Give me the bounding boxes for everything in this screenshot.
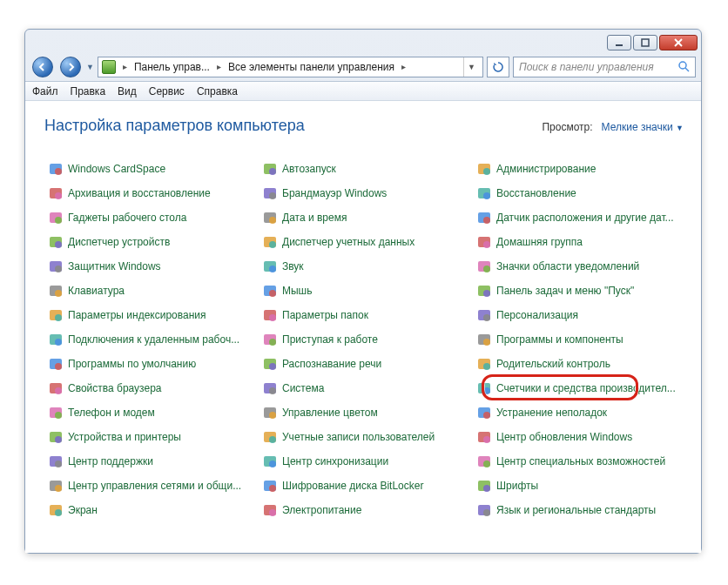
control-panel-item-label: Мышь — [282, 285, 313, 297]
svg-point-23 — [483, 217, 490, 224]
control-panel-item[interactable]: Параметры папок — [259, 306, 468, 325]
control-panel-item-label: Шрифты — [496, 480, 538, 492]
control-panel-item[interactable]: Восстановление — [473, 184, 682, 203]
control-panel-item[interactable]: Архивация и восстановление — [44, 184, 253, 203]
control-panel-item[interactable]: Домашняя группа — [473, 232, 682, 252]
address-dropdown[interactable]: ▼ — [463, 57, 479, 77]
control-panel-item-label: Телефон и модем — [68, 407, 155, 419]
control-panel-item[interactable]: Дата и время — [259, 208, 468, 227]
control-panel-item[interactable]: Администрирование — [473, 159, 682, 178]
menu-service[interactable]: Сервис — [149, 85, 185, 98]
view-label: Просмотр: — [542, 121, 592, 133]
tray-icon — [477, 259, 491, 273]
control-panel-item[interactable]: Центр обновления Windows — [473, 427, 682, 447]
view-value-link[interactable]: Мелкие значки ▼ — [602, 121, 684, 133]
svg-line-5 — [685, 68, 689, 71]
control-panel-item[interactable]: Приступая к работе — [259, 330, 468, 349]
control-panel-item[interactable]: Свойства браузера — [44, 379, 253, 398]
recovery-icon — [477, 186, 491, 200]
control-panel-item[interactable]: Панель задач и меню "Пуск" — [473, 281, 682, 300]
view-selector: Просмотр: Мелкие значки ▼ — [542, 121, 684, 133]
control-panel-item[interactable]: Родительский контроль — [473, 354, 682, 373]
backup-icon — [49, 186, 63, 200]
control-panel-item[interactable]: Устройства и принтеры — [44, 427, 253, 447]
control-panel-item[interactable]: Значки области уведомлений — [473, 257, 682, 276]
control-panel-item[interactable]: Учетные записи пользователей — [259, 427, 468, 447]
control-panel-item[interactable]: Windows CardSpace — [44, 159, 253, 178]
svg-point-75 — [269, 436, 276, 443]
control-panel-item[interactable]: Центр синхронизации — [259, 452, 468, 471]
control-panel-item[interactable]: Гаджеты рабочего стола — [44, 208, 253, 227]
svg-point-15 — [269, 192, 276, 199]
svg-point-93 — [269, 509, 276, 516]
control-panel-item[interactable]: Счетчики и средства производител... — [473, 379, 682, 398]
control-panel-item[interactable]: Подключения к удаленным рабоч... — [44, 330, 253, 349]
control-panel-item[interactable]: Центр поддержки — [44, 452, 253, 471]
search-placeholder: Поиск в панели управления — [519, 61, 678, 73]
search-box[interactable]: Поиск в панели управления — [513, 57, 696, 77]
control-panel-item[interactable]: Язык и региональные стандарты — [473, 501, 682, 520]
control-panel-item-label: Панель задач и меню "Пуск" — [496, 285, 634, 297]
control-panel-item[interactable]: Телефон и модем — [44, 403, 253, 422]
control-panel-item[interactable]: Управление цветом — [259, 403, 468, 422]
breadcrumb-current[interactable]: Все элементы панели управления — [228, 61, 394, 73]
svg-point-45 — [269, 314, 276, 321]
remote-icon — [49, 333, 63, 346]
action-center-icon — [49, 454, 63, 468]
control-panel-item[interactable]: Диспетчер устройств — [44, 232, 253, 252]
control-panel-item[interactable]: Звук — [259, 257, 468, 276]
control-panel-item[interactable]: Программы и компоненты — [473, 330, 682, 349]
svg-point-33 — [269, 266, 276, 272]
phone-icon — [49, 406, 63, 420]
control-panel-item[interactable]: Персонализация — [473, 306, 682, 325]
forward-button[interactable] — [58, 55, 83, 79]
menu-help[interactable]: Справка — [197, 85, 238, 98]
control-panel-item[interactable]: Система — [259, 379, 468, 398]
control-panel-item-label: Параметры индексирования — [68, 309, 206, 321]
control-panel-item[interactable]: Параметры индексирования — [44, 306, 253, 325]
breadcrumb-root[interactable]: Панель управ... — [134, 61, 210, 73]
control-panel-item[interactable]: Программы по умолчанию — [44, 354, 253, 373]
refresh-button[interactable] — [487, 57, 509, 77]
control-panel-item[interactable]: Диспетчер учетных данных — [259, 232, 468, 252]
address-bar[interactable]: ▸ Панель управ... ▸ Все элементы панели … — [98, 57, 483, 77]
items-grid: Windows CardSpaceАвтозапускАдминистриров… — [44, 159, 684, 520]
svg-point-85 — [55, 485, 62, 492]
maximize-button[interactable] — [633, 35, 657, 50]
control-panel-item[interactable]: Электропитание — [259, 501, 468, 520]
svg-point-69 — [269, 412, 276, 419]
menu-view[interactable]: Вид — [118, 85, 137, 98]
control-panel-item[interactable]: Шифрование диска BitLocker — [259, 476, 468, 495]
svg-point-89 — [483, 485, 490, 492]
control-panel-item[interactable]: Устранение неполадок — [473, 403, 682, 422]
control-panel-item[interactable]: Центр специальных возможностей — [473, 452, 682, 471]
content-header: Настройка параметров компьютера Просмотр… — [44, 117, 684, 135]
control-panel-item-label: Персонализация — [496, 309, 578, 321]
control-panel-item[interactable]: Защитник Windows — [44, 257, 253, 276]
control-panel-item[interactable]: Центр управления сетями и общи... — [44, 476, 253, 495]
control-panel-item-label: Подключения к удаленным рабоч... — [68, 333, 239, 346]
menu-file[interactable]: Файл — [32, 85, 58, 98]
devices-printers-icon — [49, 430, 63, 444]
close-button[interactable] — [659, 35, 698, 50]
control-panel-item[interactable]: Экран — [44, 501, 253, 520]
control-panel-item[interactable]: Автозапуск — [259, 159, 468, 178]
back-button[interactable] — [30, 55, 55, 79]
svg-point-87 — [269, 485, 276, 492]
control-panel-window: ▼ ▸ Панель управ... ▸ Все элементы панел… — [24, 29, 702, 554]
control-panel-item[interactable]: Клавиатура — [44, 281, 253, 300]
autoplay-icon — [263, 162, 277, 176]
control-panel-item[interactable]: Датчик расположения и другие дат... — [473, 208, 682, 227]
control-panel-item[interactable]: Шрифты — [473, 476, 682, 495]
control-panel-item[interactable]: Брандмауэр Windows — [259, 184, 468, 203]
history-dropdown-icon[interactable]: ▼ — [86, 63, 94, 71]
control-panel-item-label: Датчик расположения и другие дат... — [496, 212, 674, 224]
minimize-button[interactable] — [607, 35, 631, 50]
control-panel-item-label: Клавиатура — [68, 285, 125, 297]
menu-edit[interactable]: Правка — [71, 85, 106, 98]
control-panel-item[interactable]: Распознавание речи — [259, 354, 468, 373]
control-panel-item[interactable]: Мышь — [259, 281, 468, 300]
control-panel-icon — [102, 60, 116, 74]
speech-icon — [263, 357, 277, 371]
keyboard-icon — [49, 284, 63, 298]
